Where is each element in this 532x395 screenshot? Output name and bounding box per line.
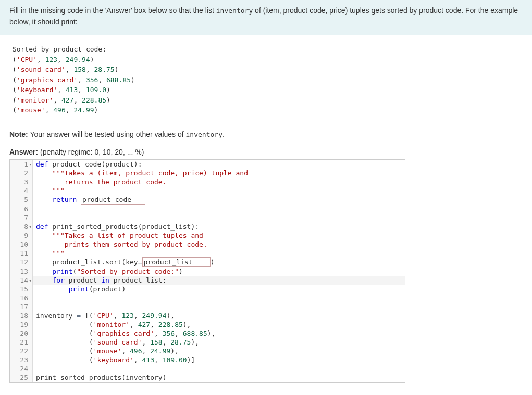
note-block: Note: Your answer will be tested using o… — [9, 130, 523, 138]
code-editor[interactable]: 1▾def product_code(product): 2 """Takes … — [9, 159, 405, 383]
line-number: 11 — [10, 249, 33, 258]
line-number: 23 — [10, 355, 33, 364]
code-line[interactable]: ('keyboard', 413, 109.00)] — [33, 355, 195, 364]
code-line[interactable]: ('monitor', 427, 228.85), — [33, 320, 191, 329]
line-number: 5 — [10, 195, 33, 205]
code-line[interactable]: """ — [33, 186, 65, 195]
code-line[interactable]: returns the product code. — [33, 177, 166, 186]
code-line[interactable]: for product in product_list: — [33, 276, 167, 285]
line-number: 3 — [10, 177, 33, 186]
code-line[interactable]: print(product) — [33, 285, 126, 294]
line-number: 15 — [10, 285, 33, 294]
line-number: 9 — [10, 231, 33, 240]
line-number: 24 — [10, 364, 33, 373]
code-line[interactable] — [33, 302, 36, 311]
line-number: 14▾ — [10, 276, 33, 285]
code-line[interactable]: inventory = [('CPU', 123, 249.94), — [33, 311, 175, 320]
code-line[interactable]: return product_code — [33, 195, 145, 205]
line-number: 20 — [10, 329, 33, 338]
code-line[interactable]: def product_code(product): — [33, 160, 142, 169]
text-cursor — [167, 277, 167, 284]
code-line[interactable] — [33, 364, 36, 373]
line-number: 12 — [10, 258, 33, 267]
line-number: 13 — [10, 267, 33, 276]
line-number: 17 — [10, 302, 33, 311]
code-line[interactable]: ('mouse', 496, 24.99), — [33, 347, 179, 355]
inline-code: inventory — [186, 131, 222, 138]
code-line[interactable] — [33, 205, 36, 213]
line-number: 2 — [10, 169, 33, 177]
code-line[interactable]: def print_sorted_products(product_list): — [33, 222, 199, 231]
line-number: 19 — [10, 320, 33, 329]
code-line[interactable]: print_sorted_products(inventory) — [33, 373, 166, 382]
gap-input-1[interactable]: product_code — [81, 195, 145, 205]
line-number: 10 — [10, 240, 33, 249]
inline-code: inventory — [216, 7, 253, 15]
line-number: 4 — [10, 186, 33, 195]
line-number: 21 — [10, 338, 33, 347]
note-tail: . — [222, 130, 225, 138]
code-line[interactable]: ('sound card', 158, 28.75), — [33, 338, 199, 347]
line-number: 25 — [10, 373, 33, 382]
line-number: 18 — [10, 311, 33, 320]
code-line[interactable]: prints them sorted by product code. — [33, 240, 207, 249]
answer-strong: Answer: — [9, 148, 38, 156]
code-line[interactable]: ('graphics card', 356, 688.85), — [33, 329, 215, 338]
line-number: 1▾ — [10, 160, 33, 169]
note-text: Your answer will be tested using other v… — [28, 130, 186, 138]
line-number: 16 — [10, 294, 33, 302]
intro-pre: Fill in the missing code in the 'Answer'… — [9, 6, 216, 15]
note-strong: Note: — [9, 130, 28, 138]
line-number: 7 — [10, 213, 33, 222]
line-number: 6 — [10, 205, 33, 213]
line-number: 22 — [10, 347, 33, 355]
expected-output: Sorted by product code: ('CPU', 123, 249… — [7, 40, 525, 120]
code-line[interactable]: """ — [33, 249, 65, 258]
code-line[interactable]: print("Sorted by product code:") — [33, 267, 183, 276]
code-line[interactable]: product_list.sort(key=product_list ) — [33, 258, 215, 267]
code-line[interactable] — [33, 213, 36, 222]
gap-input-2[interactable]: product_list — [142, 257, 211, 267]
code-line[interactable] — [33, 294, 36, 302]
answer-label: Answer: (penalty regime: 0, 10, 20, ... … — [9, 148, 523, 156]
answer-tail: (penalty regime: 0, 10, 20, ... %) — [38, 148, 144, 156]
code-line[interactable]: """Takes a (item, product code, price) t… — [33, 169, 248, 177]
question-prompt: Fill in the missing code in the 'Answer'… — [0, 0, 532, 35]
code-line[interactable]: """Takes a list of product tuples and — [33, 231, 203, 240]
line-number: 8▾ — [10, 222, 33, 231]
